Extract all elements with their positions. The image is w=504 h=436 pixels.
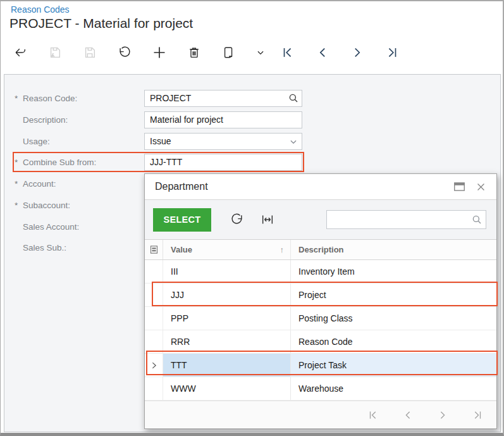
- cell-value[interactable]: TTT: [163, 354, 291, 377]
- maximize-icon[interactable]: [452, 181, 466, 192]
- reason-code-label: *Reason Code:: [15, 90, 77, 107]
- cell-description[interactable]: Project Task: [291, 354, 496, 377]
- subaccount-label: *Subaccount:: [15, 197, 70, 214]
- form-row-reason-code: *Reason Code: PROJECT: [4, 90, 500, 107]
- dialog-search: [326, 210, 486, 229]
- column-header-value[interactable]: Value ↑: [163, 240, 291, 259]
- combine-sub-from-input[interactable]: JJJ-TTT: [144, 154, 302, 171]
- table-row-ttt[interactable]: TTT Project Task: [145, 354, 496, 377]
- department-dialog: Department SELECT: [144, 173, 497, 429]
- close-icon[interactable]: [474, 181, 488, 192]
- description-label: Description:: [15, 111, 68, 128]
- cell-value[interactable]: III: [163, 260, 291, 283]
- table-row-ppp[interactable]: PPP Posting Class: [145, 307, 496, 330]
- table-row-www[interactable]: WWW Warehouse: [145, 377, 496, 401]
- previous-record-icon[interactable]: [315, 45, 330, 60]
- undo-icon[interactable]: [117, 45, 132, 60]
- description-input[interactable]: Material for project: [144, 111, 302, 128]
- cell-value[interactable]: PPP: [163, 307, 291, 330]
- sort-asc-icon: ↑: [280, 245, 285, 254]
- cell-value[interactable]: RRR: [163, 330, 291, 353]
- table-row-jjj[interactable]: JJJ Project: [145, 283, 496, 307]
- page-title: PROJECT - Material for project: [9, 16, 193, 31]
- cell-description[interactable]: Inventory Item: [291, 260, 496, 283]
- combine-sub-from-label: *Combine Sub from:: [15, 154, 96, 171]
- cell-value[interactable]: WWW: [163, 377, 291, 400]
- dialog-pagination: [145, 401, 496, 428]
- previous-page-icon[interactable]: [402, 409, 414, 421]
- grid-header: Value ↑ Description: [145, 240, 496, 260]
- cell-description[interactable]: Reason Code: [291, 330, 496, 353]
- copy-paste-menu-icon[interactable]: [256, 45, 265, 60]
- save-and-close-icon[interactable]: [47, 45, 63, 60]
- search-icon[interactable]: [288, 92, 299, 104]
- table-row-rrr[interactable]: RRR Reason Code: [145, 330, 496, 354]
- form-row-usage: Usage: Issue: [4, 133, 500, 150]
- cell-description[interactable]: Warehouse: [291, 377, 496, 400]
- cell-description[interactable]: Posting Class: [291, 307, 496, 330]
- first-page-icon[interactable]: [367, 409, 379, 421]
- usage-select[interactable]: Issue: [144, 133, 302, 150]
- dialog-search-input[interactable]: [326, 210, 486, 229]
- refresh-icon[interactable]: [230, 212, 245, 227]
- app-window: Reason Codes PROJECT - Material for proj…: [0, 0, 504, 436]
- chevron-down-icon[interactable]: [289, 137, 300, 149]
- required-mark: *: [15, 94, 23, 103]
- column-header-description[interactable]: Description: [291, 240, 496, 259]
- department-grid: Value ↑ Description III Inventory Item J…: [145, 239, 496, 401]
- cell-value[interactable]: JJJ: [163, 283, 291, 306]
- go-back-icon[interactable]: [13, 45, 28, 60]
- table-row-iii[interactable]: III Inventory Item: [145, 260, 496, 283]
- delete-icon[interactable]: [187, 45, 202, 60]
- search-icon: [471, 214, 482, 225]
- sales-sub-label: Sales Sub.:: [15, 239, 66, 256]
- main-toolbar: [13, 43, 419, 62]
- dialog-title: Department: [155, 181, 445, 192]
- copy-paste-icon[interactable]: [221, 45, 237, 60]
- first-record-icon[interactable]: [280, 45, 295, 60]
- account-label: *Account:: [15, 175, 56, 192]
- save-icon[interactable]: [82, 45, 97, 60]
- next-page-icon[interactable]: [437, 409, 448, 421]
- dialog-toolbar: SELECT: [145, 200, 496, 239]
- sales-account-label: Sales Account:: [15, 218, 79, 235]
- form-row-description: Description: Material for project: [4, 111, 500, 128]
- next-record-icon[interactable]: [350, 45, 365, 60]
- last-record-icon[interactable]: [384, 45, 400, 60]
- reason-code-input[interactable]: PROJECT: [144, 90, 302, 107]
- cell-description[interactable]: Project: [291, 283, 496, 306]
- last-page-icon[interactable]: [472, 409, 483, 421]
- select-button[interactable]: SELECT: [153, 208, 211, 232]
- usage-label: Usage:: [15, 133, 50, 150]
- dialog-titlebar: Department: [145, 174, 496, 200]
- form-row-combine-sub-from: *Combine Sub from: JJJ-TTT: [4, 154, 500, 171]
- insert-icon[interactable]: [152, 45, 167, 60]
- row-settings-icon[interactable]: [145, 240, 163, 259]
- breadcrumb[interactable]: Reason Codes: [11, 4, 70, 15]
- fit-to-screen-icon[interactable]: [260, 212, 275, 227]
- selected-row-arrow-icon: [145, 354, 163, 377]
